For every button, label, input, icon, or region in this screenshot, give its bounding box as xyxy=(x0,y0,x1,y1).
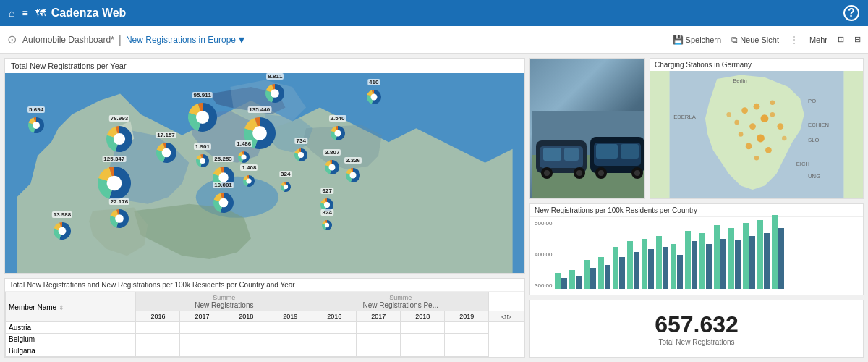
bar-green xyxy=(569,270,575,289)
save-icon: 💾 xyxy=(673,35,684,45)
bar-green xyxy=(685,231,691,289)
year-col-header-2: 2018 xyxy=(401,311,445,322)
bar-dark xyxy=(605,265,610,289)
map-bubble[interactable]: 5.694 xyxy=(27,117,45,134)
year-col-header: 2018 xyxy=(224,311,268,322)
map-bubble[interactable]: 125.347 xyxy=(97,166,132,201)
bar-group[interactable] xyxy=(555,220,567,289)
table-cell xyxy=(312,345,357,357)
bar-group[interactable] xyxy=(685,220,697,289)
map-bubble[interactable]: 8.811 xyxy=(265,83,285,104)
map-bubble[interactable]: 1.901 xyxy=(195,153,210,168)
svg-point-2 xyxy=(271,89,280,98)
home-icon[interactable]: ⌂ xyxy=(9,7,14,19)
svg-point-13 xyxy=(329,164,336,170)
more-button[interactable]: Mehr xyxy=(809,35,827,44)
bar-group[interactable] xyxy=(627,220,639,289)
stat-number: 657.632 xyxy=(655,311,739,338)
bar-group[interactable] xyxy=(656,220,668,289)
new-view-button[interactable]: ⧉ Neue Sicht xyxy=(731,35,779,45)
map-container[interactable]: 8.8114105.69495.91176.993135.4402.54017.… xyxy=(5,73,524,273)
map-bubble[interactable]: 76.993 xyxy=(106,125,133,153)
table-cell xyxy=(136,322,180,334)
bar-group[interactable] xyxy=(642,220,654,289)
map-bubble[interactable]: 22.176 xyxy=(109,209,129,229)
year-col-header: 2019 xyxy=(268,311,312,322)
action-separator: ⋮ xyxy=(789,34,799,46)
bar-group[interactable] xyxy=(699,220,712,289)
bar-dark xyxy=(619,257,625,289)
bar-green xyxy=(728,228,734,289)
map-bubble[interactable]: 2.540 xyxy=(330,125,346,141)
table-cell xyxy=(445,334,489,345)
bar-group[interactable] xyxy=(598,220,610,289)
scroll-arrows[interactable]: ◁ ▷ xyxy=(489,311,524,322)
bar-green xyxy=(699,233,705,289)
svg-point-23 xyxy=(59,227,67,235)
cell-country: Bulgaria xyxy=(6,345,136,357)
bar-group[interactable] xyxy=(671,220,683,289)
topbar: ⌂ ≡ 🗺 Cadenza Web ? xyxy=(0,0,868,26)
map-bubble[interactable]: 1.408 xyxy=(242,174,255,188)
right-panel: Charging Stations in Germany xyxy=(529,58,864,358)
bar-green xyxy=(772,215,778,289)
svg-rect-39 xyxy=(564,148,579,161)
bar-chart-container[interactable]: 500,00 400,00 300,00 xyxy=(530,217,863,292)
map-bubble[interactable]: 410 xyxy=(366,89,382,105)
y-axis: 500,00 400,00 300,00 xyxy=(535,220,555,289)
save-button[interactable]: 💾 Speichern xyxy=(673,35,722,45)
map-bubble[interactable]: 17.157 xyxy=(156,142,177,164)
bar-group[interactable] xyxy=(743,220,755,289)
breadcrumb-dropdown-icon[interactable]: ▾ xyxy=(239,33,244,46)
svg-point-50 xyxy=(746,143,752,150)
bubble-label: 22.176 xyxy=(109,198,129,205)
col-group-summe1: Summe New Registrations xyxy=(136,292,312,311)
svg-point-49 xyxy=(757,135,765,143)
bar-group[interactable] xyxy=(728,220,741,289)
table-legend: New Registrations New Registrations Pe = xyxy=(5,357,524,358)
map-bubble[interactable]: 324 xyxy=(321,219,333,231)
bar-group[interactable] xyxy=(757,220,770,289)
settings-icon[interactable]: ⊙ xyxy=(7,33,17,46)
table-cell xyxy=(136,334,180,345)
map-bubble[interactable]: 95.911 xyxy=(187,102,218,132)
svg-point-55 xyxy=(770,100,775,105)
map-bubble[interactable]: 13.988 xyxy=(53,222,72,240)
svg-point-43 xyxy=(741,107,748,114)
menu-icon[interactable]: ≡ xyxy=(22,7,27,19)
map-bubble[interactable]: 2.326 xyxy=(345,167,361,183)
map-bubble[interactable]: 734 xyxy=(294,148,308,162)
map-bubble[interactable]: 324 xyxy=(280,181,292,193)
bubble-label: 1.901 xyxy=(194,143,211,150)
bar-green xyxy=(584,260,590,289)
panel-icon[interactable]: ⊡ xyxy=(838,35,844,44)
new-view-icon: ⧉ xyxy=(731,35,738,45)
bar-group[interactable] xyxy=(584,220,596,289)
svg-text:EDERLA: EDERLA xyxy=(673,114,696,120)
layers-icon[interactable]: ⊟ xyxy=(854,35,861,44)
table-wrapper[interactable]: Member Name ⇕ Summe New Registrations Su… xyxy=(5,292,524,357)
topbar-right: ? xyxy=(843,5,859,21)
svg-point-14 xyxy=(218,172,229,182)
map-icon[interactable]: 🗺 xyxy=(35,7,46,19)
charging-section-title: Charging Stations in Germany xyxy=(650,59,863,71)
map-bubble[interactable]: 3.807 xyxy=(324,159,340,175)
breadcrumb-parent[interactable]: Automobile Dashboard* xyxy=(22,35,114,45)
svg-point-57 xyxy=(782,136,787,141)
svg-point-47 xyxy=(770,112,775,117)
bubble-label: 324 xyxy=(320,209,333,216)
map-bubble[interactable]: 1.486 xyxy=(237,151,250,164)
bar-group[interactable] xyxy=(613,220,625,289)
table-cell xyxy=(445,322,489,334)
y-label-400: 400,00 xyxy=(535,251,552,258)
bar-dark xyxy=(648,249,654,289)
svg-point-3 xyxy=(370,94,377,101)
map-bubble[interactable]: 19.001 xyxy=(213,192,234,214)
col-member-name: Member Name ⇕ xyxy=(6,292,136,322)
charging-map[interactable]: PO ECHIEN SLO EICH UNG Berlin EDERLA xyxy=(650,71,863,198)
bar-group[interactable] xyxy=(714,220,726,289)
bubble-label: 2.540 xyxy=(329,115,346,122)
help-button[interactable]: ? xyxy=(843,5,859,21)
bar-group[interactable] xyxy=(772,220,784,289)
bar-group[interactable] xyxy=(569,220,582,289)
